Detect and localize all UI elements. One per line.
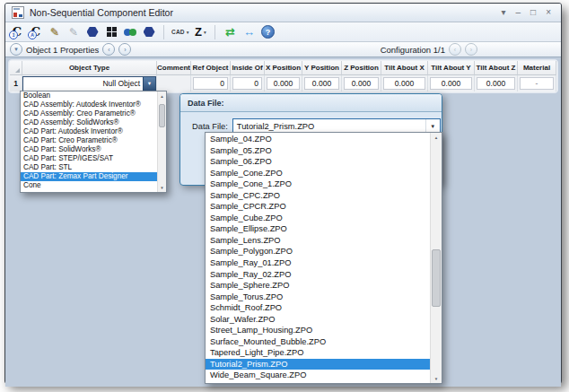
swap-button[interactable]: ⇄ xyxy=(223,24,237,40)
column-header-tilt-about-y[interactable]: Tilt About Y xyxy=(428,61,475,75)
material-value[interactable]: - xyxy=(520,77,554,90)
list-item[interactable]: Sample_Cone_1.ZPO xyxy=(206,179,431,190)
list-item-selected[interactable]: CAD Part: Zemax Part Designer xyxy=(21,172,158,181)
row-header[interactable]: 1 xyxy=(10,75,22,91)
list-item[interactable]: Sample_05.ZPO xyxy=(206,145,431,157)
zemax-dropdown-button[interactable]: Z ▾ xyxy=(193,24,207,40)
list-item[interactable]: Sample_Torus.ZPO xyxy=(206,292,431,303)
list-item[interactable]: Sample_Ray_02.ZPO xyxy=(206,269,431,281)
comment-cell[interactable] xyxy=(157,75,191,91)
window-menu-icon[interactable]: ▾ xyxy=(502,8,506,17)
minimize-icon[interactable]: – xyxy=(516,8,521,17)
list-item[interactable]: Sample_Cube.ZPO xyxy=(206,213,431,224)
spreadsheet: Object Type Comment Ref Object Inside Of… xyxy=(8,59,558,93)
lens-object-button[interactable] xyxy=(123,24,137,40)
data-file-scrollbar[interactable]: ▲ ▼ xyxy=(430,133,442,383)
list-item[interactable]: Sample_Lens.ZPO xyxy=(206,235,431,247)
tilt-about-z-value[interactable]: 0.000 xyxy=(477,77,515,90)
list-item[interactable]: Schmidt_Roof.ZPO xyxy=(206,302,431,314)
tilt-about-x-value[interactable]: 0.000 xyxy=(383,77,425,90)
next-object-button[interactable]: › xyxy=(118,43,131,56)
list-item[interactable]: CAD Assembly: Autodesk Inventor® xyxy=(21,100,158,109)
ref-object-cell: 0 xyxy=(191,75,231,91)
previous-configuration-button[interactable]: ‹ xyxy=(449,43,461,56)
list-item[interactable]: Street_Lamp_Housing.ZPO xyxy=(206,325,431,336)
list-item-selected[interactable]: Tutorial2_Prism.ZPO xyxy=(206,359,431,370)
list-item[interactable]: Sample_Cone.ZPO xyxy=(206,168,431,179)
column-header-ref-object[interactable]: Ref Object xyxy=(191,61,231,75)
column-header-inside-of[interactable]: Inside Of xyxy=(231,61,265,75)
list-item[interactable]: CAD Part: SolidWorks® xyxy=(21,145,158,154)
list-item[interactable]: Sample_Ellipse.ZPO xyxy=(206,223,431,235)
scroll-down-icon[interactable]: ▼ xyxy=(431,374,442,383)
object-type-scrollbar[interactable]: ▲ ▼ xyxy=(157,91,166,192)
column-header-z-position[interactable]: Z Position xyxy=(342,61,381,75)
list-item[interactable]: CAD Part: STEP/IGES/SAT xyxy=(21,154,158,163)
column-header-object-type[interactable]: Object Type xyxy=(22,61,157,75)
list-item[interactable]: Sample_Ray_01.ZPO xyxy=(206,257,431,269)
list-item[interactable]: Sample_04.ZPO xyxy=(206,134,431,145)
inside-of-value[interactable]: 0 xyxy=(232,77,262,90)
dialog-title: Data File: xyxy=(188,99,224,108)
edit-object-button[interactable]: ✎ xyxy=(48,24,62,40)
edit-disabled-button[interactable]: ✎ xyxy=(66,24,81,40)
list-item[interactable]: Boolean xyxy=(21,91,158,100)
polygon-object-button[interactable] xyxy=(142,24,156,40)
toolbar-separator xyxy=(163,25,164,39)
data-file-label: Data File: xyxy=(192,122,228,131)
next-configuration-button[interactable]: › xyxy=(465,43,477,56)
column-header-tilt-about-x[interactable]: Tilt About X xyxy=(381,61,428,75)
select-all-corner[interactable] xyxy=(10,61,22,75)
cad-dropdown-button[interactable]: CAD ▾ xyxy=(171,24,188,40)
solid-object-button[interactable] xyxy=(85,24,100,40)
y-position-value[interactable]: 0.000 xyxy=(304,77,339,90)
list-item[interactable]: Sample_Polygon.ZPO xyxy=(206,246,431,257)
list-item[interactable]: Sample_06.ZPO xyxy=(206,156,431,168)
tilt-about-y-value[interactable]: 0.000 xyxy=(430,77,472,90)
list-item[interactable]: CAD Assembly: SolidWorks® xyxy=(21,118,158,127)
column-header-y-position[interactable]: Y Position xyxy=(302,61,342,75)
combo-dropdown-button[interactable]: ▼ xyxy=(143,77,155,91)
list-item[interactable]: CAD Part: Creo Parametric® xyxy=(21,136,158,145)
maximize-icon[interactable]: □ xyxy=(530,8,536,17)
tilt-about-x-cell: 0.000 xyxy=(381,75,428,91)
list-item[interactable]: CAD Part: Autodesk Inventor® xyxy=(21,127,158,136)
list-item[interactable]: Sample_CPC.ZPO xyxy=(206,190,431,202)
list-item[interactable]: Sample_CPCR.ZPO xyxy=(206,201,431,213)
list-item[interactable]: CAD Part: STL xyxy=(21,163,158,172)
app-icon xyxy=(12,6,24,19)
scroll-up-icon[interactable]: ▲ xyxy=(158,91,166,100)
list-item[interactable]: Tapered_Light_Pipe.ZPO xyxy=(206,347,431,359)
column-header-x-position[interactable]: X Position xyxy=(265,61,302,75)
object-type-combobox[interactable]: Null Object ▼ xyxy=(22,76,156,91)
scrollbar-thumb[interactable] xyxy=(432,249,441,307)
hexagon-icon xyxy=(144,27,155,37)
column-header-material[interactable]: Material xyxy=(518,61,556,75)
fit-width-button[interactable]: ↔ xyxy=(241,24,256,40)
scroll-down-icon[interactable]: ▼ xyxy=(158,183,166,192)
z-position-value[interactable]: 0.000 xyxy=(344,77,379,90)
list-item[interactable]: Solar_Wafer.ZPO xyxy=(206,314,431,326)
list-item[interactable]: CAD Assembly: Creo Parametric® xyxy=(21,109,158,118)
z-position-cell: 0.000 xyxy=(342,75,381,91)
insert-object-button[interactable]: C 1 xyxy=(10,24,24,40)
scrollbar-thumb[interactable] xyxy=(159,104,165,127)
tilt-about-z-cell: 0.000 xyxy=(475,75,518,91)
help-button[interactable]: ? xyxy=(260,24,275,40)
list-item[interactable]: Wide_Beam_Square.ZPO xyxy=(206,370,431,381)
close-icon[interactable]: × xyxy=(546,8,551,17)
list-item[interactable]: Sample_Sphere.ZPO xyxy=(206,280,431,292)
badge-a-icon: A xyxy=(28,30,37,39)
list-item[interactable]: Cone xyxy=(21,181,158,190)
x-position-value[interactable]: 0.000 xyxy=(267,77,300,90)
ref-object-value[interactable]: 0 xyxy=(193,77,228,90)
insert-object-after-button[interactable]: C A xyxy=(29,24,43,40)
previous-object-button[interactable]: ‹ xyxy=(102,43,115,56)
list-item[interactable]: Surface_Mounted_Bubble.ZPO xyxy=(206,336,431,348)
page: Non-Sequential Component Editor ▾ – □ × … xyxy=(0,0,569,392)
column-header-tilt-about-z[interactable]: Tilt About Z xyxy=(475,61,518,75)
array-object-button[interactable] xyxy=(104,24,118,40)
scroll-up-icon[interactable]: ▲ xyxy=(431,133,442,142)
column-header-comment[interactable]: Comment xyxy=(157,61,191,75)
collapse-properties-button[interactable]: ▾ xyxy=(10,43,22,56)
